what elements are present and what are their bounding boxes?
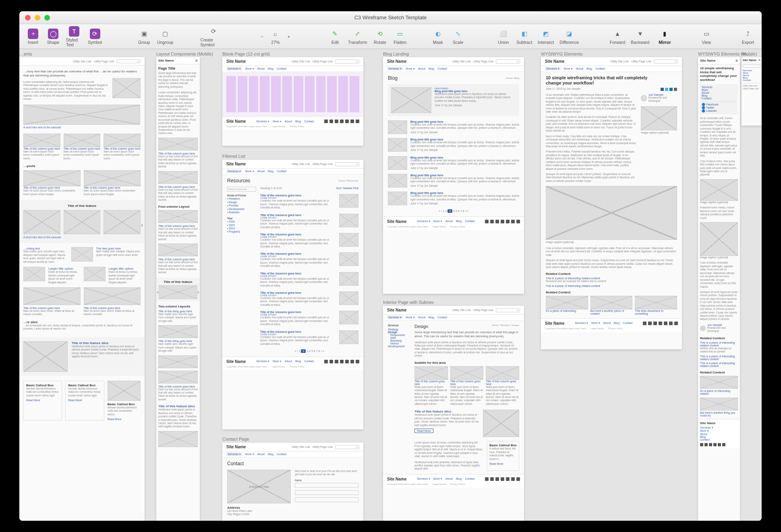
union-button[interactable]: ⬜Union xyxy=(494,28,513,45)
avatar xyxy=(641,95,647,101)
chevron-left-icon[interactable]: ‹ xyxy=(157,289,159,295)
search-input[interactable] xyxy=(496,308,520,312)
edit-button[interactable]: ✎Edit xyxy=(325,28,345,45)
blog-item[interactable]: Blog post title goes hereCurabitur non n… xyxy=(388,192,519,205)
page-title: Design xyxy=(414,324,428,329)
image-placeholder xyxy=(23,105,140,125)
name-field[interactable] xyxy=(295,483,358,488)
blog-item[interactable]: Blog post title goes hereCurabitur non n… xyxy=(388,138,519,152)
menu-icon[interactable]: ≡ xyxy=(735,58,738,63)
subject-field[interactable] xyxy=(295,497,358,502)
chevron-right-icon[interactable]: › xyxy=(197,289,199,295)
map-placeholder: Embedded Map xyxy=(227,470,291,503)
page-title: Contact xyxy=(227,461,358,466)
pagination[interactable]: « ‹ 1 2 3 4 5 6 7 8 › » xyxy=(260,350,358,353)
resource-item[interactable]: Title of the resource goes hereCASE STUD… xyxy=(260,252,358,268)
artboard-blog-landing[interactable]: Site NameUtility Site LinkUtility Page L… xyxy=(383,57,524,294)
zoom-out-button[interactable]: − xyxy=(261,34,263,39)
artboard-wysiwyg[interactable]: Site NameUtility Site LinkUtility Page L… xyxy=(541,57,682,349)
artboard-label[interactable]: Blank Page (12-col grid) xyxy=(222,52,270,56)
email-field[interactable] xyxy=(295,490,358,495)
resource-item[interactable]: Title of the resource goes hereCASE STUD… xyxy=(260,330,358,346)
artboard-label[interactable]: Contact Page xyxy=(222,437,249,441)
scale-button[interactable]: ⤡Scale xyxy=(448,28,468,45)
read-more-button[interactable]: Read More xyxy=(414,429,433,433)
search-input[interactable] xyxy=(335,445,359,449)
app-window: C3 Wireframe Sketch Template ＋Insert ◯Sh… xyxy=(19,11,762,521)
subtract-button[interactable]: ◧Subtract xyxy=(514,28,534,45)
artboard-label[interactable]: Na… xyxy=(742,52,752,56)
page-title: Page Title xyxy=(158,66,198,70)
main-nav[interactable]: Services ▾More ▾AboutBlogContact xyxy=(222,169,363,175)
menu-icon[interactable]: ≡ xyxy=(195,58,198,63)
difference-button[interactable]: ◪Difference xyxy=(557,28,581,45)
grid-12 xyxy=(222,72,363,116)
article-title: 10 simple wireframing tricks that will c… xyxy=(700,66,738,82)
image-placeholder xyxy=(112,78,141,98)
flatten-button[interactable]: ▭Flatten xyxy=(390,28,410,45)
transform-button[interactable]: ⤢Transform xyxy=(346,28,369,45)
canvas[interactable]: …ents Layout Components (Mobile) Blank P… xyxy=(19,49,762,521)
ungroup-button[interactable]: ▢Ungroup xyxy=(155,28,176,45)
rotate-button[interactable]: ⟲Rotate xyxy=(370,28,389,45)
artboard-label[interactable]: Layout Components (Mobile) xyxy=(156,52,213,56)
symbol-button[interactable]: ⟳Symbol xyxy=(85,28,105,45)
intersect-button[interactable]: ◩Intersect xyxy=(535,28,556,45)
page-title: Blog xyxy=(388,75,398,81)
page-title: Resources xyxy=(227,178,250,184)
toolbar: ＋Insert ◯Shape TStyled Text ⟳Symbol ▣Gro… xyxy=(19,24,762,49)
forward-button[interactable]: ▲Forward xyxy=(607,28,628,45)
artboard-blank-grid[interactable]: Site NameUtility Site LinkUtility Page L… xyxy=(222,57,363,146)
artboard-layout-mobile[interactable]: Site Name≡ Page Title Some large introdu… xyxy=(156,57,200,521)
group-button[interactable]: ▣Group xyxy=(135,28,154,45)
create-symbol-button[interactable]: ⟳Create Symbol xyxy=(198,25,229,48)
insert-button[interactable]: ＋Insert xyxy=(23,28,43,45)
titlebar: C3 Wireframe Sketch Template xyxy=(19,11,762,24)
zoom-button[interactable]: ⌕27% xyxy=(266,28,285,45)
hero-intro: …ctory text that can provide an overview… xyxy=(23,70,141,78)
backward-button[interactable]: ▼Backward xyxy=(628,28,652,45)
mirror-button[interactable]: ▮Mirror xyxy=(655,28,674,45)
artboard-label[interactable]: Blog Landing xyxy=(383,52,409,56)
blog-item[interactable]: Blog post title goes hereCurabitur non n… xyxy=(388,156,519,170)
shape-button[interactable]: ◯Shape xyxy=(44,28,63,45)
zoom-control: − ⌕27% + xyxy=(259,28,292,45)
blog-item[interactable]: Blog post title goes hereCurabitur non n… xyxy=(388,120,519,134)
chevron-right-icon[interactable]: › xyxy=(141,222,143,228)
search-input[interactable] xyxy=(496,60,520,64)
artboard-label[interactable]: Filtered List xyxy=(222,154,245,159)
search-input[interactable] xyxy=(654,60,678,64)
artboard-filtered-list[interactable]: Site NameUtility Site LinkUtility Page L… xyxy=(222,160,363,429)
mask-button[interactable]: ◐Mask xyxy=(428,28,447,45)
pagination[interactable]: « ‹ 1 2 3 4 5 6 7 8 › » xyxy=(383,210,524,212)
resource-item[interactable]: Title of the resource goes hereCASE STUD… xyxy=(260,214,358,229)
resource-item[interactable]: Title of the resource goes hereCASE STUD… xyxy=(260,194,358,209)
view-button[interactable]: ▭View xyxy=(697,28,716,45)
artboard-wysiwyg-mobile[interactable]: Site Name≡ 10 simple wireframing tricks … xyxy=(698,57,740,521)
artboard-label[interactable]: Interior Page with Subnav xyxy=(383,300,434,305)
resource-item[interactable]: Title of the resource goes hereCASE STUD… xyxy=(260,233,358,248)
blog-item[interactable]: Blog post title goes hereCurabitur non n… xyxy=(388,174,519,188)
zoom-in-button[interactable]: + xyxy=(288,34,290,39)
search-input[interactable] xyxy=(116,59,141,63)
artboard-label[interactable]: …ents xyxy=(19,52,32,56)
document-title: C3 Wireframe Sketch Template xyxy=(19,14,762,21)
resource-item[interactable]: Title of the resource goes hereCASE STUD… xyxy=(260,311,358,326)
carousel-hint: A short intro text on the carousel xyxy=(23,126,141,129)
search-input[interactable] xyxy=(743,64,760,68)
resource-item[interactable]: Title of the resource goes hereCASE STUD… xyxy=(260,291,358,307)
search-input[interactable] xyxy=(335,162,359,166)
artboard-interior-subnav[interactable]: Site NameUtility Site LinkUtility Page L… xyxy=(383,306,524,521)
artboard-home-fragment[interactable]: Utility Site LinkUtility Page Link …ctor… xyxy=(19,57,145,521)
artboard-nav-mobile[interactable]: Site Name≡ Services More About Blog Cont… xyxy=(742,57,762,126)
search-input[interactable] xyxy=(335,60,359,64)
featured-post[interactable]: FEATUREDBlog post title goes hereVestibu… xyxy=(388,84,519,116)
artboard-label[interactable]: WYSIWYG Elements xyxy=(541,52,582,56)
styled-text-button[interactable]: TStyled Text xyxy=(64,25,85,48)
resource-item[interactable]: Title of the resource goes hereCASE STUD… xyxy=(260,272,358,287)
export-button[interactable]: ⤴Export xyxy=(738,28,758,45)
article-title: 10 simple wireframing tricks that will c… xyxy=(546,75,648,86)
filter-search-input[interactable]: Search keywords xyxy=(227,187,256,192)
artboard-contact[interactable]: Site NameUtility Site LinkUtility Page L… xyxy=(222,443,363,521)
main-nav[interactable]: Services ▾More ▾AboutBlogContact xyxy=(222,66,363,72)
